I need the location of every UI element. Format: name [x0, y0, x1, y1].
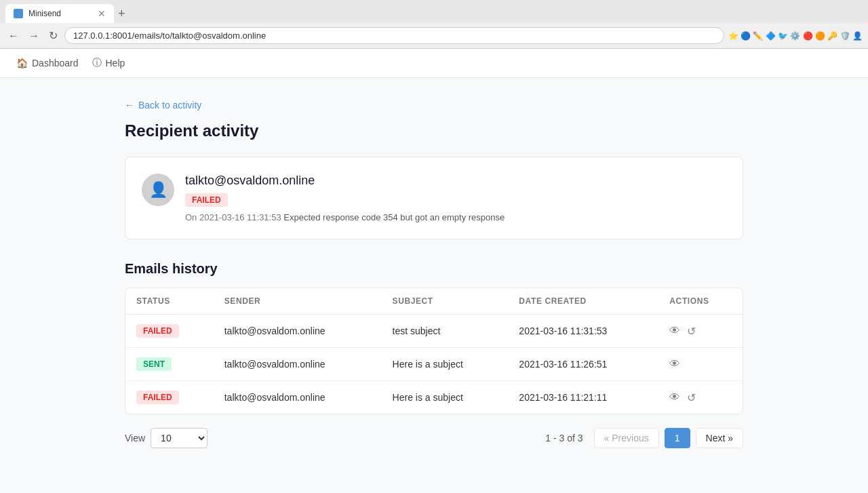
cell-sender: talkto@osvaldom.online [214, 348, 382, 381]
pagination-controls: 1 - 3 of 3 « Previous 1 Next » [545, 428, 743, 448]
cell-subject: Here is a subject [382, 348, 509, 381]
error-text: Expected response code 354 but got an em… [283, 212, 505, 222]
recipient-info: talkto@osvaldom.online FAILED On 2021-03… [185, 174, 726, 222]
resend-icon[interactable]: ↺ [687, 325, 696, 338]
back-arrow-icon: ← [125, 100, 134, 111]
current-page-button[interactable]: 1 [665, 428, 690, 448]
help-nav-link[interactable]: ⓘ Help [92, 57, 125, 69]
active-tab[interactable]: Minisend ✕ [5, 4, 114, 23]
view-icon[interactable]: 👁 [669, 391, 680, 403]
page-title: Recipient activity [125, 121, 743, 140]
recipient-card: 👤 talkto@osvaldom.online FAILED On 2021-… [125, 157, 743, 239]
back-link-label: Back to activity [138, 100, 201, 111]
back-to-activity-link[interactable]: ← Back to activity [125, 100, 201, 111]
recipient-email: talkto@osvaldom.online [185, 174, 726, 188]
table-header-row: STATUS SENDER SUBJECT DATE CREATED ACTIO… [125, 288, 743, 315]
cell-status: SENT [125, 348, 214, 381]
status-badge: FAILED [136, 324, 179, 338]
table-header: STATUS SENDER SUBJECT DATE CREATED ACTIO… [125, 288, 743, 315]
help-icon: ⓘ [92, 57, 102, 69]
cell-subject: Here is a subject [382, 381, 509, 414]
cell-actions: 👁 ↺ [658, 381, 743, 414]
recipient-status-badge: FAILED [185, 193, 228, 207]
col-date-created: DATE CREATED [508, 288, 658, 315]
cell-sender: talkto@osvaldom.online [214, 315, 382, 348]
pagination-row: View 102550100 1 - 3 of 3 « Previous 1 N… [125, 414, 743, 462]
dashboard-nav-link[interactable]: 🏠 Dashboard [16, 58, 79, 68]
tab-close-button[interactable]: ✕ [98, 8, 106, 19]
action-icons: 👁 [669, 358, 732, 370]
cell-date: 2021-03-16 11:31:53 [508, 315, 658, 348]
cell-subject: test subject [382, 315, 509, 348]
view-label: View [125, 433, 145, 443]
view-select-wrapper: View 102550100 [125, 428, 208, 448]
cell-actions: 👁 [658, 348, 743, 381]
table-row: FAILED talkto@osvaldom.online test subje… [125, 315, 743, 348]
recipient-header: 👤 talkto@osvaldom.online FAILED On 2021-… [142, 174, 726, 222]
cell-actions: 👁 ↺ [658, 315, 743, 348]
browser-extensions: ⭐ 🔵 ✏️ 🔷 🐦 ⚙️ 🔴 🟠 🔑 🛡️ 👤 [728, 31, 863, 41]
cell-sender: talkto@osvaldom.online [214, 381, 382, 414]
user-avatar-icon: 👤 [149, 181, 167, 199]
view-icon[interactable]: 👁 [669, 325, 680, 337]
emails-history-title: Emails history [125, 261, 743, 277]
tab-bar: Minisend ✕ + [0, 0, 868, 23]
cell-status: FAILED [125, 381, 214, 414]
reload-button[interactable]: ↻ [46, 28, 60, 43]
cell-date: 2021-03-16 11:21:11 [508, 381, 658, 414]
url-text: 127.0.0.1:8001/emails/to/talkto@osvaldom… [73, 31, 266, 41]
back-nav-button[interactable]: ← [5, 28, 22, 43]
col-status: STATUS [125, 288, 214, 315]
col-sender: SENDER [214, 288, 382, 315]
pagination-range: 1 - 3 of 3 [545, 433, 583, 443]
address-bar[interactable]: 127.0.0.1:8001/emails/to/talkto@osvaldom… [64, 27, 724, 44]
app-header: 🏠 Dashboard ⓘ Help [0, 49, 868, 78]
emails-history-table-container: STATUS SENDER SUBJECT DATE CREATED ACTIO… [125, 288, 743, 414]
error-message: On 2021-03-16 11:31:53 Expected response… [185, 212, 726, 222]
help-nav-label: Help [106, 58, 125, 68]
tab-title: Minisend [28, 9, 61, 18]
browser-icons: ⭐ 🔵 ✏️ 🔷 🐦 ⚙️ 🔴 🟠 🔑 🛡️ 👤 [728, 31, 863, 41]
next-page-button[interactable]: Next » [696, 428, 743, 448]
browser-chrome: Minisend ✕ + ← → ↻ 127.0.0.1:8001/emails… [0, 0, 868, 49]
error-date: On 2021-03-16 11:31:53 [185, 212, 281, 222]
cell-date: 2021-03-16 11:26:51 [508, 348, 658, 381]
table-body: FAILED talkto@osvaldom.online test subje… [125, 315, 743, 414]
action-icons: 👁 ↺ [669, 325, 732, 338]
status-badge: SENT [136, 357, 172, 371]
view-select[interactable]: 102550100 [151, 428, 208, 448]
avatar: 👤 [142, 174, 174, 206]
cell-status: FAILED [125, 315, 214, 348]
tab-favicon [14, 9, 23, 18]
emails-history-table: STATUS SENDER SUBJECT DATE CREATED ACTIO… [125, 288, 743, 414]
address-bar-row: ← → ↻ 127.0.0.1:8001/emails/to/talkto@os… [0, 23, 868, 48]
dashboard-nav-label: Dashboard [32, 58, 79, 68]
status-badge: FAILED [136, 391, 179, 404]
view-icon[interactable]: 👁 [669, 358, 680, 370]
col-actions: ACTIONS [658, 288, 743, 315]
new-tab-button[interactable]: + [114, 7, 130, 21]
col-subject: SUBJECT [382, 288, 509, 315]
main-content: ← Back to activity Recipient activity 👤 … [108, 78, 760, 484]
table-row: SENT talkto@osvaldom.online Here is a su… [125, 348, 743, 381]
home-icon: 🏠 [16, 58, 28, 68]
table-row: FAILED talkto@osvaldom.online Here is a … [125, 381, 743, 414]
previous-page-button[interactable]: « Previous [594, 428, 659, 448]
resend-icon[interactable]: ↺ [687, 391, 696, 404]
action-icons: 👁 ↺ [669, 391, 732, 404]
forward-nav-button[interactable]: → [26, 28, 42, 43]
